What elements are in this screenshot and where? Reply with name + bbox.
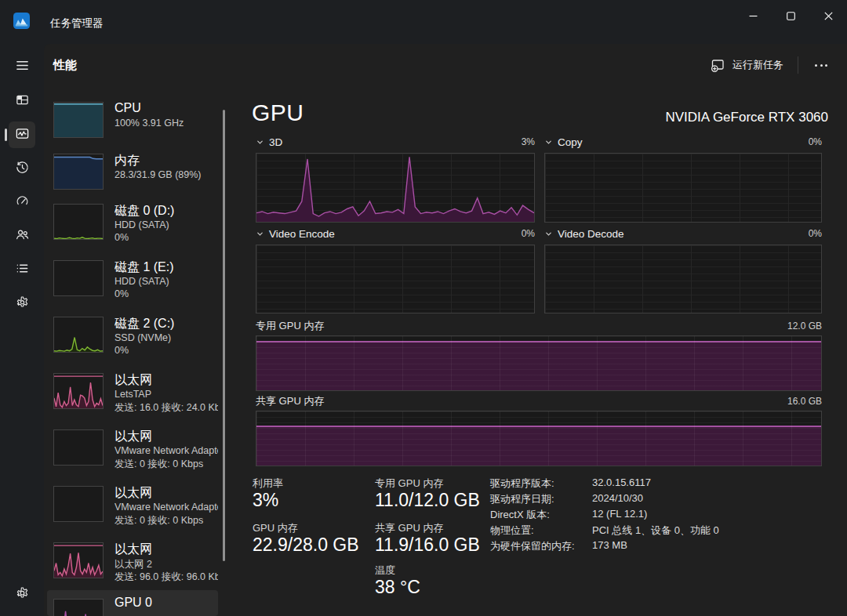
new-task-icon xyxy=(710,57,725,73)
perf-item-sub2: 发送: 96.0 接收: 96.0 Kbps xyxy=(115,571,218,584)
disk2-sparkline xyxy=(53,317,104,353)
utilization-value: 3% xyxy=(253,490,278,511)
detail-row: 驱动程序版本: 32.0.15.6117 xyxy=(490,476,827,492)
perf-item-title: 以太网 xyxy=(115,372,152,389)
dedicated-mem-stat-value: 11.0/12.0 GB xyxy=(375,490,480,511)
navigation-menu-button[interactable] xyxy=(9,53,35,80)
list-item-ethernet-vmware2[interactable]: 以太网 VMware Network Adapter 发送: 0 接收: 0 K… xyxy=(50,484,218,536)
memory-sparkline xyxy=(53,154,104,190)
sidebar-item-performance[interactable] xyxy=(9,121,35,148)
sidebar-item-startup-apps[interactable] xyxy=(9,189,35,216)
list-item-disk2[interactable]: 磁盘 2 (C:) SSD (NVMe) 0% xyxy=(50,315,218,367)
detail-value: 32.0.15.6117 xyxy=(592,476,651,492)
run-new-task-label: 运行新任务 xyxy=(732,58,783,72)
perf-item-sub: VMware Network Adapter xyxy=(115,445,218,456)
list-item-ethernet-vmware1[interactable]: 以太网 VMware Network Adapter 发送: 0 接收: 0 K… xyxy=(50,428,218,480)
perf-item-sub2: 0% xyxy=(115,345,129,356)
settings-button[interactable] xyxy=(9,581,35,607)
ethernet-sparkline xyxy=(53,542,104,578)
ethernet-sparkline xyxy=(53,373,104,409)
users-icon xyxy=(15,227,30,245)
list-item-disk0[interactable]: 磁盘 0 (D:) HDD (SATA) 0% xyxy=(50,202,218,254)
list-item-gpu0-selected[interactable]: GPU 0 xyxy=(47,590,218,616)
list-item-memory[interactable]: 内存 28.3/31.9 GB (89%) xyxy=(50,152,218,204)
list-item-ethernet-letstap[interactable]: 以太网 LetsTAP 发送: 16.0 接收: 24.0 Kbps xyxy=(50,371,218,423)
more-options-icon xyxy=(815,64,817,67)
services-cog-icon xyxy=(15,295,30,313)
maximize-button[interactable] xyxy=(772,0,809,31)
sidebar-item-processes[interactable] xyxy=(9,88,35,114)
perf-item-title: 磁盘 1 (E:) xyxy=(115,259,174,276)
more-options-button[interactable] xyxy=(805,52,838,78)
page-title: 性能 xyxy=(53,58,77,73)
temperature-label: 温度 xyxy=(375,563,395,578)
disk0-sparkline xyxy=(53,204,104,240)
minimize-button[interactable] xyxy=(734,0,772,31)
chevron-down-icon[interactable] xyxy=(256,138,264,147)
perf-item-sub2: 0% xyxy=(115,288,129,299)
dedicated-memory-header: 专用 GPU 内存 12.0 GB xyxy=(256,320,822,332)
detail-label: 驱动程序日期: xyxy=(490,492,592,508)
detail-value: 173 MB xyxy=(592,539,627,555)
window-controls xyxy=(734,0,847,31)
header-separator xyxy=(798,56,798,74)
perf-item-sub2: 0% xyxy=(115,232,129,243)
gpu-memory-label: GPU 内存 xyxy=(253,521,298,535)
run-new-task-button[interactable]: 运行新任务 xyxy=(700,52,793,78)
sidebar-item-users[interactable] xyxy=(9,223,35,249)
window-title: 任务管理器 xyxy=(50,16,104,31)
chart-label: 3D xyxy=(269,136,282,148)
shared-memory-label: 共享 GPU 内存 xyxy=(256,394,324,408)
shared-memory-header: 共享 GPU 内存 16.0 GB xyxy=(256,395,822,408)
perf-item-sub: LetsTAP xyxy=(115,389,151,400)
list-scrollbar[interactable] xyxy=(223,110,225,561)
perf-item-title: 磁盘 2 (C:) xyxy=(115,316,174,332)
chevron-down-icon[interactable] xyxy=(256,230,264,238)
disk1-sparkline xyxy=(53,260,104,296)
perf-item-title: 以太网 xyxy=(115,485,152,502)
cpu-sparkline xyxy=(53,102,104,138)
task-manager-window: 任务管理器 xyxy=(0,0,847,616)
detail-value: PCI 总线 1、设备 0、功能 0 xyxy=(592,524,719,539)
dedicated-memory-bar xyxy=(256,335,822,391)
dedicated-memory-label: 专用 GPU 内存 xyxy=(256,319,324,333)
perf-item-title: CPU xyxy=(115,101,141,115)
task-manager-logo-icon xyxy=(13,13,30,29)
perf-item-sub: SSD (NVMe) xyxy=(115,332,171,343)
detail-label: DirectX 版本: xyxy=(490,508,592,524)
close-button[interactable] xyxy=(809,0,847,31)
detail-row: 为硬件保留的内存: 173 MB xyxy=(490,539,827,555)
startup-gauge-icon xyxy=(15,194,30,212)
list-item-disk1[interactable]: 磁盘 1 (E:) HDD (SATA) 0% xyxy=(50,259,218,310)
perf-item-sub2: 发送: 0 接收: 0 Kbps xyxy=(115,458,203,471)
list-item-cpu[interactable]: CPU 100% 3.91 GHz xyxy=(50,100,218,152)
sidebar-item-app-history[interactable] xyxy=(9,155,35,182)
perf-item-sub2: 发送: 0 接收: 0 Kbps xyxy=(115,514,203,527)
hamburger-icon xyxy=(15,58,30,76)
chevron-down-icon[interactable] xyxy=(544,230,553,238)
shared-mem-stat-value: 11.9/16.0 GB xyxy=(375,534,480,556)
perf-item-sub: 28.3/31.9 GB (89%) xyxy=(115,169,201,180)
gpu-device-name: NVIDIA GeForce RTX 3060 xyxy=(665,110,828,125)
app-history-icon xyxy=(15,160,30,178)
chevron-down-icon[interactable] xyxy=(544,138,553,147)
detail-label: 物理位置: xyxy=(490,524,592,539)
settings-gear-icon xyxy=(15,585,30,603)
dedicated-memory-max: 12.0 GB xyxy=(787,321,822,332)
sidebar-item-details[interactable] xyxy=(9,256,35,283)
sidebar-item-services[interactable] xyxy=(9,290,35,317)
perf-item-sub: HDD (SATA) xyxy=(115,276,169,287)
perf-item-sub: 以太网 2 xyxy=(115,558,152,571)
list-item-ethernet2[interactable]: 以太网 以太网 2 发送: 96.0 接收: 96.0 Kbps xyxy=(50,541,218,592)
detail-value: 2024/10/30 xyxy=(592,492,643,508)
chart-header-3d: 3D 3% xyxy=(256,135,535,149)
processes-icon xyxy=(15,92,30,111)
detail-value: 12 (FL 12.1) xyxy=(592,508,647,524)
dedicated-mem-stat-label: 专用 GPU 内存 xyxy=(375,476,443,491)
selected-nav-accent xyxy=(5,129,7,141)
perf-item-sub: 100% 3.91 GHz xyxy=(115,118,184,129)
perf-item-title: 磁盘 0 (D:) xyxy=(115,203,174,219)
perf-item-title: 以太网 xyxy=(115,429,152,445)
ethernet-sparkline xyxy=(53,429,104,466)
chart-value: 0% xyxy=(809,228,822,239)
